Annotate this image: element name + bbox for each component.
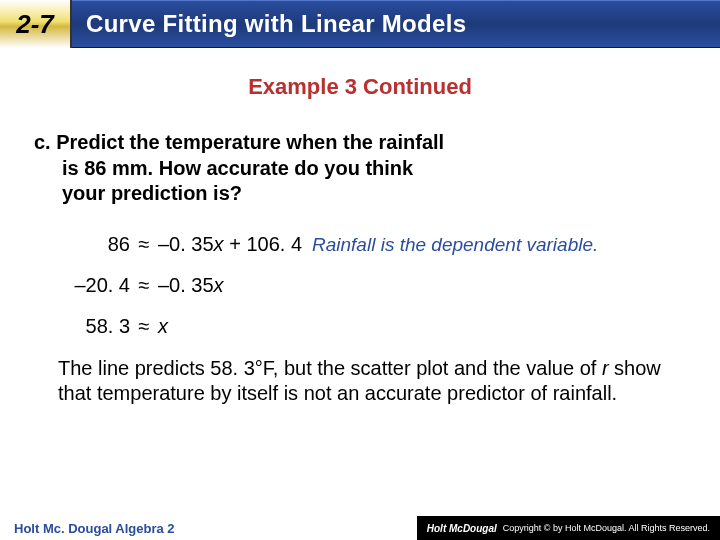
row1-lhs: 86 — [34, 233, 130, 256]
header-bar: 2-7 Curve Fitting with Linear Models — [0, 0, 720, 48]
footer-copyright: Copyright © by Holt McDougal. All Rights… — [503, 523, 710, 533]
work-row-2: –20. 4 ≈ –0. 35x — [34, 274, 686, 297]
conclusion-rvar: r — [602, 357, 609, 379]
row3-approx: ≈ — [130, 315, 158, 338]
row1-approx: ≈ — [130, 233, 158, 256]
row2-approx: ≈ — [130, 274, 158, 297]
row3-var: x — [158, 315, 168, 337]
conclusion-text: The line predicts 58. 3°F, but the scatt… — [34, 356, 686, 407]
footer-book-title: Holt Mc. Dougal Algebra 2 — [0, 521, 175, 536]
row1-rhs: –0. 35x + 106. 4 — [158, 233, 302, 256]
section-badge: 2-7 — [0, 0, 72, 48]
question-prompt: c. Predict the temperature when the rain… — [34, 130, 686, 207]
work-row-3: 58. 3 ≈ x — [34, 315, 686, 338]
row2-lhs: –20. 4 — [34, 274, 130, 297]
copyright-box: Holt McDougal Copyright © by Holt McDoug… — [417, 516, 720, 540]
example-heading: Example 3 Continued — [0, 74, 720, 100]
conclusion-part1: The line predicts 58. 3°F, but the scatt… — [58, 357, 602, 379]
prompt-line1: Predict the temperature when the rainfal… — [56, 131, 444, 153]
prompt-line3: your prediction is? — [34, 181, 686, 207]
row1-const: + 106. 4 — [224, 233, 302, 255]
footer-logo: Holt McDougal — [427, 523, 497, 534]
row2-var: x — [214, 274, 224, 296]
row3-rhs: x — [158, 315, 168, 338]
row1-note: Rainfall is the dependent variable. — [312, 234, 598, 256]
row2-rhs: –0. 35x — [158, 274, 224, 297]
row1-coef: –0. 35 — [158, 233, 214, 255]
work-row-1: 86 ≈ –0. 35x + 106. 4 Rainfall is the de… — [34, 233, 686, 256]
row1-var: x — [214, 233, 224, 255]
header-title: Curve Fitting with Linear Models — [86, 10, 466, 38]
prompt-line2: is 86 mm. How accurate do you think — [34, 156, 686, 182]
content-area: c. Predict the temperature when the rain… — [0, 130, 720, 407]
footer: Holt Mc. Dougal Algebra 2 Holt McDougal … — [0, 516, 720, 540]
row2-coef: –0. 35 — [158, 274, 214, 296]
row3-lhs: 58. 3 — [34, 315, 130, 338]
prompt-label: c. — [34, 131, 51, 153]
work-steps: 86 ≈ –0. 35x + 106. 4 Rainfall is the de… — [34, 233, 686, 338]
